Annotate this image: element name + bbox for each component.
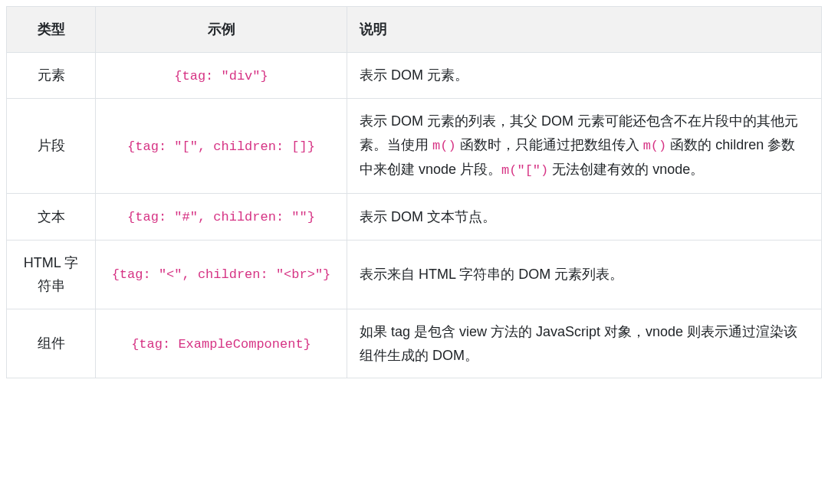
cell-example: {tag: "#", children: ""} [96,193,347,240]
example-code: {tag: "[", children: []} [127,139,315,154]
cell-type: 文本 [7,193,96,240]
example-code: {tag: "#", children: ""} [127,210,315,224]
cell-type: 元素 [7,52,96,99]
example-code: {tag: ExampleComponent} [131,337,311,352]
inline-code: m("[") [501,163,548,178]
table-row: HTML 字符串{tag: "<", children: "<br>"}表示来自… [7,240,822,309]
example-code: {tag: "div"} [174,69,268,83]
cell-type: HTML 字符串 [7,240,96,309]
inline-code: m() [643,139,667,153]
cell-description: 表示 DOM 元素。 [347,52,822,99]
cell-type: 组件 [7,309,96,378]
vnode-types-table: 类型 示例 说明 元素{tag: "div"}表示 DOM 元素。片段{tag:… [6,6,822,378]
description-text: 表示 DOM 元素。 [360,67,468,83]
example-code: {tag: "<", children: "<br>"} [112,267,331,282]
cell-example: {tag: "div"} [96,52,347,99]
cell-description: 表示来自 HTML 字符串的 DOM 元素列表。 [347,240,822,309]
cell-description: 表示 DOM 元素的列表，其父 DOM 元素可能还包含不在片段中的其他元素。当使… [347,99,822,193]
cell-example: {tag: ExampleComponent} [96,309,347,378]
cell-example: {tag: "[", children: []} [96,99,347,193]
cell-description: 表示 DOM 文本节点。 [347,193,822,240]
table-row: 文本{tag: "#", children: ""}表示 DOM 文本节点。 [7,193,822,240]
table-row: 元素{tag: "div"}表示 DOM 元素。 [7,52,822,99]
inline-code: m() [432,139,456,153]
description-text: 无法创建有效的 vnode。 [548,162,704,177]
cell-example: {tag: "<", children: "<br>"} [96,240,347,309]
table-header-description: 说明 [347,7,822,53]
table-header-example: 示例 [96,7,347,53]
table-header-row: 类型 示例 说明 [7,7,822,53]
description-text: 函数时，只能通过把数组传入 [456,137,643,152]
description-text: 表示 DOM 文本节点。 [360,209,496,224]
table-row: 片段{tag: "[", children: []}表示 DOM 元素的列表，其… [7,99,822,193]
table-row: 组件{tag: ExampleComponent}如果 tag 是包含 view… [7,309,822,378]
cell-type: 片段 [7,99,96,193]
description-text: 表示来自 HTML 字符串的 DOM 元素列表。 [360,267,623,282]
cell-description: 如果 tag 是包含 view 方法的 JavaScript 对象，vnode … [347,309,822,378]
table-header-type: 类型 [7,7,96,53]
description-text: 如果 tag 是包含 view 方法的 JavaScript 对象，vnode … [360,324,797,363]
